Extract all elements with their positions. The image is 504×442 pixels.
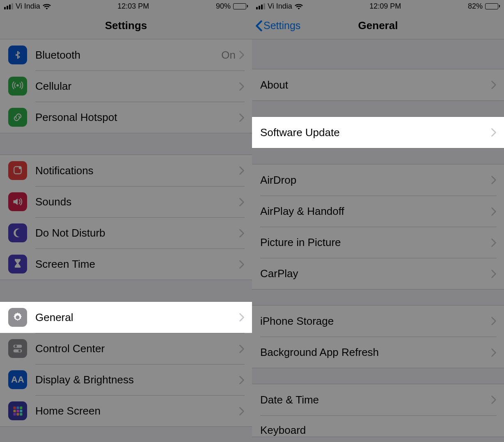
battery-icon bbox=[485, 3, 500, 9]
row-label: Display & Brightness bbox=[35, 374, 239, 386]
chevron-right-icon bbox=[491, 238, 497, 247]
chevron-right-icon bbox=[239, 50, 245, 59]
battery-percent: 90% bbox=[216, 2, 231, 11]
hourglass-icon bbox=[8, 255, 27, 273]
svg-rect-8 bbox=[16, 407, 19, 409]
row-label: Picture in Picture bbox=[260, 236, 491, 249]
settings-row-screentime[interactable]: Screen Time bbox=[0, 248, 252, 280]
svg-rect-11 bbox=[16, 410, 19, 412]
settings-screen: Vi India 12:03 PM 90% Settings Bluetooth… bbox=[0, 0, 252, 442]
settings-row-sounds[interactable]: Sounds bbox=[0, 186, 252, 217]
chevron-right-icon bbox=[239, 344, 245, 353]
carrier-label: Vi India bbox=[268, 2, 292, 11]
settings-row-general[interactable]: General bbox=[0, 302, 252, 333]
chevron-right-icon bbox=[239, 313, 245, 322]
row-label: Personal Hotspot bbox=[35, 111, 239, 124]
general-screen: Vi India 12:09 PM 82% Settings General A… bbox=[252, 0, 504, 442]
svg-rect-9 bbox=[20, 407, 22, 409]
back-label: Settings bbox=[263, 20, 300, 32]
gear-icon bbox=[8, 308, 27, 327]
chevron-right-icon bbox=[239, 260, 245, 269]
general-row-carplay[interactable]: CarPlay bbox=[252, 258, 504, 289]
svg-rect-10 bbox=[14, 410, 16, 412]
row-label: AirDrop bbox=[260, 174, 491, 187]
aa-icon: AA bbox=[8, 370, 27, 389]
settings-list[interactable]: BluetoothOnCellularPersonal HotspotNotif… bbox=[0, 39, 252, 427]
svg-rect-13 bbox=[14, 413, 16, 415]
bell-icon bbox=[8, 161, 27, 180]
chevron-right-icon bbox=[239, 166, 245, 175]
chevron-right-icon bbox=[491, 317, 497, 326]
general-row-about[interactable]: About bbox=[252, 69, 504, 100]
bluetooth-icon bbox=[8, 46, 27, 64]
general-row-airplay[interactable]: AirPlay & Handoff bbox=[252, 196, 504, 227]
settings-row-bluetooth[interactable]: BluetoothOn bbox=[0, 39, 252, 71]
svg-rect-12 bbox=[20, 410, 22, 412]
svg-rect-14 bbox=[16, 413, 19, 415]
row-label: Background App Refresh bbox=[260, 346, 491, 359]
row-label: Bluetooth bbox=[35, 49, 221, 62]
settings-row-dnd[interactable]: Do Not Disturb bbox=[0, 217, 252, 248]
svg-rect-15 bbox=[20, 413, 22, 415]
general-row-swupdate[interactable]: Software Update bbox=[252, 117, 504, 148]
general-row-pip[interactable]: Picture in Picture bbox=[252, 227, 504, 258]
row-label: Control Center bbox=[35, 342, 239, 355]
wifi-icon bbox=[295, 3, 303, 9]
clock: 12:09 PM bbox=[369, 2, 401, 11]
settings-row-hotspot[interactable]: Personal Hotspot bbox=[0, 102, 252, 133]
row-label: CarPlay bbox=[260, 267, 491, 280]
svg-point-6 bbox=[18, 350, 21, 352]
chevron-right-icon bbox=[491, 207, 497, 216]
row-value: On bbox=[221, 49, 236, 62]
row-label: Screen Time bbox=[35, 258, 239, 271]
battery-percent: 82% bbox=[468, 2, 483, 11]
row-label: Cellular bbox=[35, 80, 239, 93]
row-label: General bbox=[35, 311, 239, 324]
grid-icon bbox=[8, 401, 27, 420]
chevron-right-icon bbox=[491, 128, 497, 137]
wifi-icon bbox=[43, 3, 51, 9]
row-label: Sounds bbox=[35, 196, 239, 208]
settings-row-homescreen[interactable]: Home Screen bbox=[0, 395, 252, 426]
svg-point-5 bbox=[15, 345, 17, 348]
general-row-datetime[interactable]: Date & Time bbox=[252, 384, 504, 415]
page-title: General bbox=[358, 19, 398, 32]
general-row-airdrop[interactable]: AirDrop bbox=[252, 164, 504, 196]
general-row-bgrefresh[interactable]: Background App Refresh bbox=[252, 337, 504, 368]
settings-row-display[interactable]: AADisplay & Brightness bbox=[0, 364, 252, 395]
row-label: AirPlay & Handoff bbox=[260, 205, 491, 218]
status-bar: Vi India 12:09 PM 82% bbox=[252, 0, 504, 12]
back-button[interactable]: Settings bbox=[255, 12, 300, 39]
general-row-keyboard[interactable]: Keyboard bbox=[252, 415, 504, 437]
svg-point-0 bbox=[16, 84, 18, 87]
toggles-icon bbox=[8, 339, 27, 358]
svg-point-2 bbox=[19, 166, 22, 169]
signal-icon bbox=[4, 3, 13, 9]
speaker-icon bbox=[8, 192, 27, 211]
settings-row-controlcenter[interactable]: Control Center bbox=[0, 333, 252, 364]
chevron-right-icon bbox=[239, 407, 245, 416]
link-icon bbox=[8, 108, 27, 127]
chevron-right-icon bbox=[491, 80, 497, 89]
chevron-right-icon bbox=[491, 269, 497, 278]
general-list[interactable]: AboutSoftware UpdateAirDropAirPlay & Han… bbox=[252, 39, 504, 437]
settings-row-notifications[interactable]: Notifications bbox=[0, 155, 252, 186]
chevron-right-icon bbox=[239, 113, 245, 122]
nav-bar: Settings bbox=[0, 12, 252, 39]
general-row-storage[interactable]: iPhone Storage bbox=[252, 305, 504, 337]
row-label: Keyboard bbox=[260, 424, 497, 437]
clock: 12:03 PM bbox=[117, 2, 149, 11]
settings-row-cellular[interactable]: Cellular bbox=[0, 71, 252, 102]
row-label: iPhone Storage bbox=[260, 315, 491, 328]
carrier-label: Vi India bbox=[16, 2, 40, 11]
page-title: Settings bbox=[105, 19, 147, 32]
chevron-right-icon bbox=[491, 348, 497, 357]
row-label: Do Not Disturb bbox=[35, 227, 239, 239]
chevron-right-icon bbox=[491, 175, 497, 185]
row-label: Home Screen bbox=[35, 405, 239, 417]
moon-icon bbox=[8, 223, 27, 242]
antenna-icon bbox=[8, 77, 27, 96]
row-label: Software Update bbox=[260, 126, 491, 139]
chevron-right-icon bbox=[239, 229, 245, 238]
row-label: About bbox=[260, 79, 491, 91]
